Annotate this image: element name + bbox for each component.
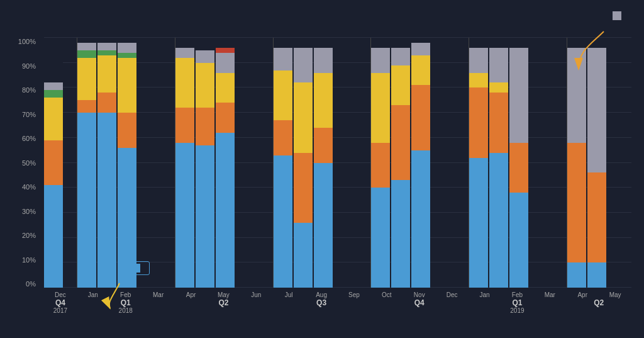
bar-column[interactable]: [196, 38, 214, 288]
bar-segment: [97, 38, 116, 43]
bar-column[interactable]: [587, 38, 606, 288]
x-month-label: Apr: [175, 291, 208, 298]
bar-segment: [44, 98, 63, 140]
bar-segment: [489, 153, 508, 288]
bar-segment: [567, 262, 586, 288]
bar-group: [274, 38, 370, 288]
bar-column[interactable]: [44, 38, 63, 288]
bar-column[interactable]: [274, 38, 292, 288]
bar-segment: [274, 70, 292, 120]
bar-column[interactable]: [371, 38, 390, 288]
bar-segment: [196, 38, 214, 50]
bar-segment: [118, 38, 136, 43]
bar-segment: [469, 73, 488, 88]
bar-segment: [294, 153, 313, 223]
y-axis-label: 80%: [0, 86, 41, 94]
x-axis-group: AprMayQ2: [566, 289, 631, 307]
y-axis-label: 50%: [0, 159, 41, 167]
bar-segment: [44, 38, 63, 82]
bar-column[interactable]: [567, 38, 586, 288]
y-axis-label: 60%: [0, 135, 41, 142]
bar-group: [371, 38, 468, 288]
bar-segment: [175, 58, 194, 108]
group-separator: [370, 38, 371, 288]
bar-group: [44, 38, 76, 288]
bar-segment: [196, 145, 214, 288]
x-year-label: 2018: [119, 307, 133, 314]
x-month-label: Jan: [77, 291, 109, 298]
gdn-legend-box: [131, 264, 140, 273]
bar-segment: [391, 105, 410, 180]
x-year-label: 2017: [53, 307, 67, 314]
bar-column[interactable]: [391, 38, 410, 288]
bar-segment: [391, 180, 410, 288]
bar-segment: [77, 58, 96, 100]
group-separator: [273, 38, 274, 288]
bar-segment: [97, 93, 116, 113]
bar-column[interactable]: [118, 38, 136, 288]
bar-segment: [567, 38, 586, 48]
x-axis-group: JanFebMarQ12018: [77, 289, 175, 314]
x-axis: DecQ42017JanFebMarQ12018AprMayJunQ2JulAu…: [44, 289, 631, 338]
bar-segment: [274, 48, 292, 70]
group-separator: [567, 38, 567, 288]
bar-segment: [216, 103, 235, 133]
bar-column[interactable]: [469, 38, 488, 288]
bar-column[interactable]: [175, 38, 194, 288]
bar-segment: [175, 48, 194, 58]
bar-segment: [44, 140, 63, 185]
bar-segment: [587, 48, 606, 173]
y-axis-label: 70%: [0, 111, 41, 118]
y-axis: 0%10%20%30%40%50%60%70%80%90%100%: [0, 38, 41, 288]
bar-segment: [411, 38, 430, 43]
bar-segment: [314, 38, 333, 48]
bar-column[interactable]: [77, 38, 96, 288]
bar-segment: [469, 38, 488, 48]
bar-column[interactable]: [509, 38, 528, 288]
x-axis-group: OctNovDecQ4: [370, 289, 469, 307]
bar-segment: [587, 172, 606, 262]
x-axis-group: DecQ42017: [44, 289, 77, 314]
bar-segment: [469, 48, 488, 73]
bar-segment: [371, 73, 390, 143]
bar-segment: [314, 163, 333, 288]
bar-segment: [97, 50, 116, 55]
x-quarter-label: Q2: [594, 298, 604, 307]
bar-segment: [371, 38, 390, 48]
bar-segment: [196, 63, 214, 108]
x-quarter-label: Q1: [121, 298, 131, 307]
bar-segment: [216, 73, 235, 103]
bar-segment: [274, 120, 292, 155]
bar-segment: [509, 48, 528, 143]
bar-segment: [77, 50, 96, 58]
x-month-label: Mar: [533, 291, 566, 298]
group-separator: [77, 38, 77, 288]
bar-column[interactable]: [216, 38, 235, 288]
bar-column[interactable]: [411, 38, 430, 288]
bar-segment: [216, 133, 235, 288]
bar-segment: [391, 48, 410, 65]
bar-segment: [489, 38, 508, 48]
bar-segment: [216, 38, 235, 48]
bar-segment: [175, 108, 194, 143]
bar-segment: [489, 48, 508, 83]
bar-segment: [175, 38, 194, 48]
x-month-label: Jun: [240, 291, 272, 298]
x-quarter-label: Q4: [55, 298, 65, 307]
bar-column[interactable]: [314, 38, 333, 288]
bar-segment: [77, 43, 96, 50]
x-month-label: Apr: [566, 291, 599, 298]
y-axis-label: 0%: [0, 280, 41, 288]
x-month-label: May: [207, 291, 240, 298]
x-month-label: Feb: [501, 291, 533, 298]
x-month-label: Jan: [469, 291, 501, 298]
bar-segment: [411, 55, 430, 86]
bar-segment: [77, 38, 96, 43]
x-month-label: Dec: [44, 291, 77, 298]
bar-segment: [44, 185, 63, 288]
bar-column[interactable]: [489, 38, 508, 288]
bar-segment: [411, 43, 430, 55]
bar-column[interactable]: [294, 38, 313, 288]
bar-column[interactable]: [97, 38, 116, 288]
bar-segment: [371, 48, 390, 73]
